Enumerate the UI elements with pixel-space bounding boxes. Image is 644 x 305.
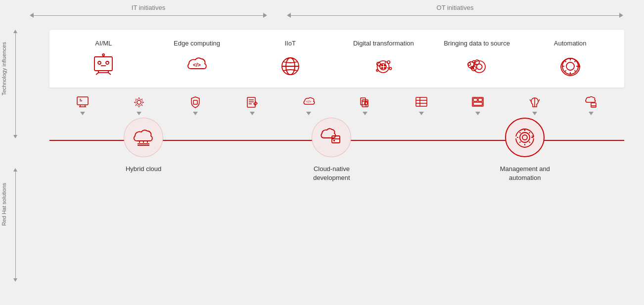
- middle-item-8: [470, 95, 486, 115]
- middle-item-2: [131, 95, 147, 115]
- solution-cloud-native: Cloud-nativedevelopment: [312, 118, 351, 182]
- svg-text:</>: </>: [193, 62, 201, 68]
- management-circle: [505, 118, 545, 157]
- middle-item-10: [583, 95, 599, 115]
- tech-shaft: [15, 33, 16, 135]
- svg-rect-1: [98, 71, 108, 73]
- down-arrow-7: [419, 112, 424, 115]
- middle-icons-row: </>: [49, 95, 624, 115]
- small-icon-brain: [527, 95, 543, 110]
- down-arrow-2: [137, 112, 141, 115]
- small-icon-cloud-device: [583, 95, 599, 110]
- edge-label: Edge computing: [174, 40, 220, 48]
- middle-item-5: </>: [301, 95, 317, 115]
- down-arrow-9: [532, 112, 537, 115]
- svg-text:</>: </>: [306, 100, 311, 103]
- svg-rect-71: [478, 98, 482, 101]
- down-arrow-10: [589, 112, 594, 115]
- svg-line-45: [565, 70, 566, 71]
- bringing-data-icon: [462, 53, 492, 80]
- svg-point-17: [389, 67, 392, 70]
- middle-item-4: [244, 95, 260, 115]
- svg-line-3: [108, 73, 111, 75]
- svg-line-43: [574, 70, 575, 71]
- solutions-arrow-down: [13, 278, 17, 282]
- ot-arrow-left: [287, 13, 291, 18]
- svg-rect-74: [591, 103, 596, 107]
- svg-rect-83: [333, 140, 335, 141]
- svg-rect-46: [77, 97, 88, 105]
- aiml-label: AI/ML: [95, 40, 112, 48]
- cloud-native-circle: [312, 118, 351, 157]
- it-shaft: [34, 15, 263, 16]
- svg-line-42: [565, 61, 566, 62]
- middle-item-9: [527, 95, 543, 115]
- ot-shaft: [291, 15, 619, 16]
- svg-line-2: [96, 73, 98, 75]
- tech-arrow-up: [13, 30, 17, 33]
- tech-item-edge: Edge computing </>: [150, 40, 244, 80]
- it-arrow-left: [30, 13, 34, 18]
- middle-item-1: [75, 95, 91, 115]
- solution-hybrid-cloud: Hybrid cloud: [124, 118, 163, 174]
- svg-point-52: [137, 100, 141, 104]
- svg-point-53: [136, 99, 142, 106]
- small-icon-dashboard: [470, 95, 486, 110]
- svg-point-35: [473, 60, 475, 63]
- middle-item-7: [414, 95, 429, 115]
- tech-item-aiml: AI/ML: [57, 40, 150, 80]
- svg-point-63: [365, 102, 368, 105]
- svg-line-44: [574, 61, 575, 62]
- tech-item-automation: Automation: [523, 40, 617, 80]
- svg-rect-0: [94, 57, 112, 71]
- svg-line-24: [385, 62, 386, 64]
- svg-rect-70: [473, 98, 477, 101]
- cloud-native-label: Cloud-nativedevelopment: [313, 165, 350, 182]
- management-label: Management andautomation: [500, 165, 550, 182]
- middle-item-3: [187, 95, 203, 115]
- small-icon-grid: [414, 95, 429, 110]
- svg-rect-54: [193, 100, 197, 104]
- middle-item-6: [357, 95, 373, 115]
- tech-item-digital: Digital transformation: [337, 40, 430, 80]
- solutions-shaft: [15, 172, 16, 278]
- tech-axis-label: Technology influences: [1, 42, 7, 95]
- svg-point-21: [384, 67, 386, 69]
- bringing-data-label: Bringing data to source: [444, 40, 510, 48]
- ot-label: OT initiatives: [287, 4, 623, 11]
- tech-axis-arrow: [13, 30, 17, 138]
- down-arrow-3: [193, 112, 198, 115]
- small-icon-gear: [131, 95, 147, 110]
- down-arrow-8: [475, 112, 480, 115]
- tech-card: AI/ML Edge computing: [49, 30, 624, 87]
- svg-point-5: [106, 61, 109, 64]
- svg-line-93: [519, 141, 520, 142]
- iiot-icon: [276, 53, 305, 80]
- automation-icon: [555, 53, 585, 80]
- automation-label: Automation: [554, 40, 587, 48]
- aiml-icon: [89, 53, 118, 80]
- svg-point-19: [384, 65, 386, 66]
- it-initiatives-container: IT initiatives: [30, 4, 267, 18]
- down-arrow-6: [363, 112, 368, 115]
- down-arrow-5: [306, 112, 311, 115]
- main-container: Technology influences Red Hat solutions …: [0, 0, 644, 305]
- iiot-label: IIoT: [284, 40, 295, 48]
- svg-point-33: [468, 63, 471, 66]
- small-icon-database: [357, 95, 373, 110]
- svg-rect-61: [362, 100, 368, 107]
- tech-item-iiot: IIoT: [243, 40, 337, 80]
- ot-arrow: [287, 13, 623, 18]
- tech-item-bringing-data: Bringing data to source: [430, 40, 524, 80]
- svg-rect-72: [473, 102, 482, 105]
- svg-point-84: [520, 132, 530, 142]
- svg-rect-81: [332, 136, 340, 143]
- svg-line-91: [529, 141, 530, 142]
- ot-arrow-right: [619, 13, 623, 18]
- digital-icon: [368, 53, 398, 80]
- svg-rect-65: [416, 97, 427, 106]
- solutions-items: Hybrid cloud Cloud-nativedevelopment: [49, 118, 624, 182]
- svg-point-4: [98, 61, 101, 64]
- svg-point-29: [477, 64, 482, 69]
- solutions-section: Hybrid cloud Cloud-nativedevelopment: [49, 118, 624, 182]
